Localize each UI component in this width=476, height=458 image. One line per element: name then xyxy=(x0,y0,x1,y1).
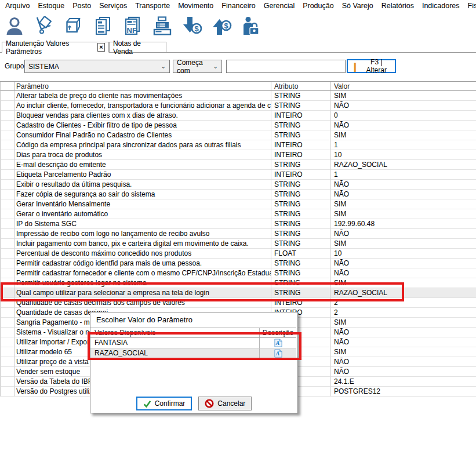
atributo-cell: INTEIRO xyxy=(271,298,330,308)
valor-cell: SIM xyxy=(330,318,476,328)
money-down-icon[interactable]: $ xyxy=(181,16,203,37)
atributo-cell: STRING xyxy=(271,190,330,199)
menu-item-posto[interactable]: Posto xyxy=(68,1,95,11)
table-row[interactable]: Dias para troca de produtosINTEIRO10 xyxy=(0,150,476,160)
table-row[interactable]: Etiqueta Parcelamento PadrãoINTEIRO1 xyxy=(0,170,476,180)
table-row[interactable]: Fazer cópia de segurança ao sair do sist… xyxy=(0,190,476,199)
chevron-down-icon: ⌄ xyxy=(213,63,218,70)
column-header-atributo[interactable]: Atributo xyxy=(271,82,330,91)
valor-cell: 192.99.60.48 xyxy=(330,219,476,229)
valor-cell: 1 xyxy=(330,140,476,150)
menu-item-transporte[interactable]: Transporte xyxy=(131,1,174,11)
menu-item-arquivo[interactable]: Arquivo xyxy=(1,1,34,11)
parametro-cell: Etiqueta Parcelamento Padrão xyxy=(14,170,271,180)
parametro-cell: Gerar Inventário Mensalmente xyxy=(14,199,271,209)
table-row[interactable]: IP do Sistema SGCSTRING192.99.60.48 xyxy=(0,219,476,229)
cash-register-icon[interactable] xyxy=(151,16,173,37)
nf-document-icon[interactable]: NF xyxy=(122,16,144,37)
table-row[interactable]: Código da empresa principal para sincron… xyxy=(0,140,476,150)
table-row[interactable]: Alterar tabela de preço do cliente nas m… xyxy=(0,91,476,101)
person-icon[interactable] xyxy=(3,16,26,37)
description-document-icon[interactable]: A xyxy=(260,348,296,358)
valor-cell: NÃO xyxy=(330,229,476,239)
table-row[interactable]: Incluir pagamento com banco, pix e carte… xyxy=(0,239,476,249)
row-indicator-cell xyxy=(0,278,14,288)
menu-item-indicadores[interactable]: Indicadores xyxy=(418,1,464,11)
valor-cell: NÃO xyxy=(330,357,476,367)
table-row[interactable]: Qual campo utilizar para selecionar a em… xyxy=(0,288,476,298)
parametro-cell: Alterar tabela de preço do cliente nas m… xyxy=(14,91,271,101)
menu-item-relatorios[interactable]: Relatórios xyxy=(377,1,418,11)
row-indicator-cell xyxy=(0,328,14,337)
table-row[interactable]: Percentual de desconto máximo concedido … xyxy=(0,249,476,259)
table-row[interactable]: Bloquear vendas para clientes com x dias… xyxy=(0,111,476,121)
menu-item-gerencial[interactable]: Gerencial xyxy=(260,1,299,11)
parametro-cell: Exibir o resultado da última pesquisa. xyxy=(14,180,271,190)
menu-item-servicos[interactable]: Serviços xyxy=(95,1,131,11)
atributo-cell: STRING xyxy=(271,268,330,278)
atributo-cell: STRING xyxy=(271,130,330,140)
valor-cell: SIM xyxy=(330,239,476,249)
row-indicator-cell xyxy=(0,239,14,249)
valor-cell: SIM xyxy=(330,130,476,140)
invoice-icon[interactable] xyxy=(92,16,114,37)
menu-item-fiscal[interactable]: Fiscal xyxy=(464,1,476,11)
f3-alterar-button[interactable]: ❙ F3 | Alterar xyxy=(347,59,396,73)
description-document-icon[interactable]: A xyxy=(260,338,296,348)
match-mode-select[interactable]: Começa com ⌄ xyxy=(173,60,222,73)
handtruck-icon[interactable] xyxy=(33,16,55,37)
dialog-value-row[interactable]: FANTASIAA xyxy=(90,338,296,348)
menu-item-so-varejo[interactable]: Só Varejo xyxy=(338,1,377,11)
svg-text:$: $ xyxy=(224,21,229,30)
confirm-button[interactable]: Confirmar xyxy=(136,397,192,410)
confirm-label: Confirmar xyxy=(155,399,186,408)
tab-manutencao-valores-parametros[interactable]: Manutenção Valores Parâmetros × xyxy=(2,42,109,53)
parametro-cell: Quantidade de casas decimais dos campos … xyxy=(14,298,271,308)
parametro-cell: Fazer cópia de segurança ao sair do sist… xyxy=(14,190,271,199)
row-indicator-cell xyxy=(0,318,14,328)
table-row[interactable]: Impressão de recibo com logo no lançamen… xyxy=(0,229,476,239)
menu-item-movimento[interactable]: Movimento xyxy=(174,1,217,11)
package-icon[interactable] xyxy=(63,16,85,37)
table-row[interactable]: Gerar Inventário MensalmenteSTRINGSIM xyxy=(0,199,476,209)
table-row[interactable]: Ao incluir cliente, fornecedor, transpor… xyxy=(0,101,476,111)
parametro-cell: Código da empresa principal para sincron… xyxy=(14,140,271,150)
user-lock-icon[interactable] xyxy=(240,16,262,37)
table-row[interactable]: Permitir cadastrar fornecedor e cliente … xyxy=(0,268,476,278)
table-row[interactable]: Permitir usuário gestores logar no siste… xyxy=(0,278,476,288)
toolbar: NF$$ xyxy=(0,14,476,38)
column-header-parametro[interactable]: Parâmetro xyxy=(14,82,271,91)
valor-cell: SIM xyxy=(330,278,476,288)
money-up-icon[interactable]: $ xyxy=(210,16,232,37)
menu-item-estoque[interactable]: Estoque xyxy=(34,1,68,11)
row-indicator-cell xyxy=(0,91,14,101)
table-row[interactable]: Exibir o resultado da última pesquisa.ST… xyxy=(0,180,476,190)
dialog-values-table: Valores Disponíveis Descrição FANTASIAAR… xyxy=(90,328,296,359)
row-indicator-cell xyxy=(0,308,14,318)
table-row[interactable]: E-mail descrição do emitenteSTRINGRAZAO_… xyxy=(0,160,476,170)
valor-cell: NÃO xyxy=(330,190,476,199)
tab-close-icon[interactable]: × xyxy=(97,43,105,52)
row-indicator-cell xyxy=(0,209,14,219)
atributo-cell: STRING xyxy=(271,209,330,219)
valor-cell: NÃO xyxy=(330,259,476,268)
table-row[interactable]: Permitir cadastrar código identfid para … xyxy=(0,259,476,268)
atributo-cell: STRING xyxy=(271,160,330,170)
group-select[interactable]: SISTEMA ⌄ xyxy=(24,60,170,73)
table-row[interactable]: Consumidor Final Padrão no Cadastro de C… xyxy=(0,130,476,140)
row-indicator-cell xyxy=(0,140,14,150)
row-indicator-cell xyxy=(0,377,14,387)
row-indicator-cell xyxy=(0,337,14,347)
dialog-value-row[interactable]: RAZAO_SOCIALA xyxy=(90,348,296,359)
column-header-valor[interactable]: Valor xyxy=(330,82,476,91)
cancel-button[interactable]: Cancelar xyxy=(198,397,252,410)
table-row[interactable]: Quantidade de casas decimais dos campos … xyxy=(0,298,476,308)
group-label: Grupo xyxy=(5,62,24,70)
search-input[interactable] xyxy=(226,60,346,73)
menu-item-producao[interactable]: Produção xyxy=(299,1,338,11)
table-row[interactable]: Gerar o inventário automáticoSTRINGSIM xyxy=(0,209,476,219)
menu-item-financeiro[interactable]: Financeiro xyxy=(217,1,259,11)
table-row[interactable]: Cadastro de Clientes - Exibir filtro de … xyxy=(0,121,476,130)
tab-notas-de-venda[interactable]: Notas de Venda xyxy=(109,42,166,53)
parametro-cell: Cadastro de Clientes - Exibir filtro de … xyxy=(14,121,271,130)
